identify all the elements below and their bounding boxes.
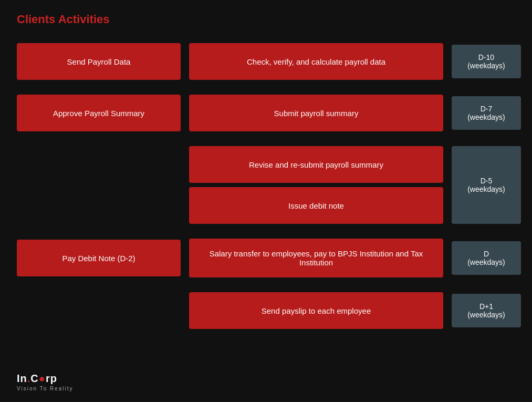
issue-debit-note-box: Issue debit note [189, 187, 443, 224]
right-cell-3: D-5(weekdays) [447, 142, 521, 228]
left-cell-1: Send Payroll Data [17, 39, 185, 84]
right-cell-1: D-10(weekdays) [447, 39, 521, 84]
activity-row-group-3: Revise and re-submit payroll summary Iss… [17, 142, 521, 228]
mid-cell-1: Check, verify, and calculate payroll dat… [185, 39, 447, 84]
mid-cell-3: Revise and re-submit payroll summary Iss… [185, 142, 447, 228]
revise-resubmit-box: Revise and re-submit payroll summary [189, 146, 443, 183]
mid-cell-2: Submit payroll summary [185, 90, 447, 136]
page-container: Clients Activities Send Payroll Data Che… [0, 0, 532, 402]
salary-transfer-box: Salary transfer to employees, pay to BPJ… [189, 239, 443, 277]
send-payroll-data-button[interactable]: Send Payroll Data [17, 43, 181, 80]
right-cell-4: D(weekdays) [447, 234, 521, 282]
activity-row-1: Send Payroll Data Check, verify, and cal… [17, 39, 521, 84]
right-cell-2: D-7(weekdays) [447, 90, 521, 136]
logo-tagline: Vision To Reality [17, 386, 74, 391]
date-d10-box: D-10(weekdays) [452, 45, 521, 78]
left-cell-5 [17, 288, 185, 333]
activity-row-5: Send payslip to each employee D+1(weekda… [17, 288, 521, 333]
pay-debit-note-button[interactable]: Pay Debit Note (D-2) [17, 240, 181, 276]
logo-dot-2: ● [39, 373, 46, 384]
left-cell-4: Pay Debit Note (D-2) [17, 234, 185, 282]
mid-cell-5: Send payslip to each employee [185, 288, 447, 333]
submit-payroll-summary-box: Submit payroll summary [189, 95, 443, 131]
date-d5-box: D-5(weekdays) [452, 146, 521, 224]
approve-payroll-summary-button[interactable]: Approve Payroll Summary [17, 95, 181, 131]
right-cell-5: D+1(weekdays) [447, 288, 521, 333]
logo-name: In.C●rp [17, 373, 74, 385]
left-cell-3 [17, 142, 185, 228]
activities-table: Send Payroll Data Check, verify, and cal… [17, 39, 521, 339]
date-d1-box: D+1(weekdays) [452, 294, 521, 327]
logo-area: In.C●rp Vision To Reality [17, 373, 74, 391]
mid-cell-4: Salary transfer to employees, pay to BPJ… [185, 234, 447, 282]
activity-row-4: Pay Debit Note (D-2) Salary transfer to … [17, 234, 521, 282]
date-d7-box: D-7(weekdays) [452, 96, 521, 130]
check-verify-calculate-box: Check, verify, and calculate payroll dat… [189, 43, 443, 80]
date-d-box: D(weekdays) [452, 241, 521, 275]
send-payslip-box: Send payslip to each employee [189, 292, 443, 329]
activity-row-2: Approve Payroll Summary Submit payroll s… [17, 90, 521, 136]
logo-dot: . [27, 373, 31, 384]
left-cell-2: Approve Payroll Summary [17, 90, 185, 136]
page-title: Clients Activities [17, 13, 515, 26]
